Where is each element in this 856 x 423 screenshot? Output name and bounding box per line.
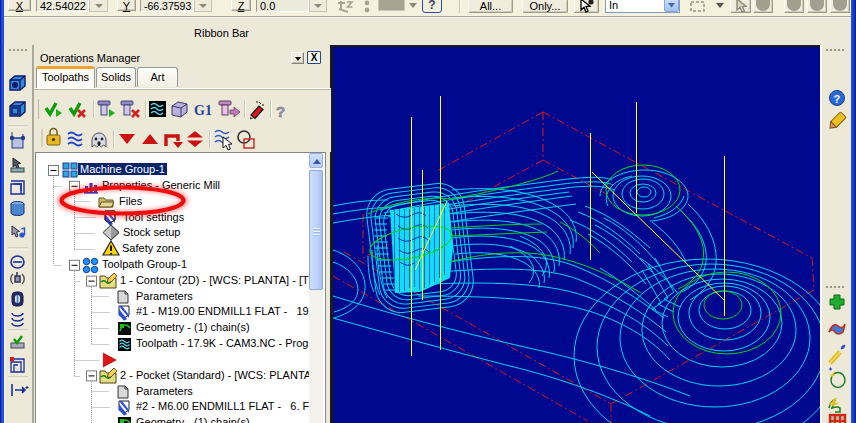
svg-text:G1: G1 [194,103,212,118]
svg-text:?: ? [834,93,841,105]
svg-text:?: ? [276,103,285,120]
